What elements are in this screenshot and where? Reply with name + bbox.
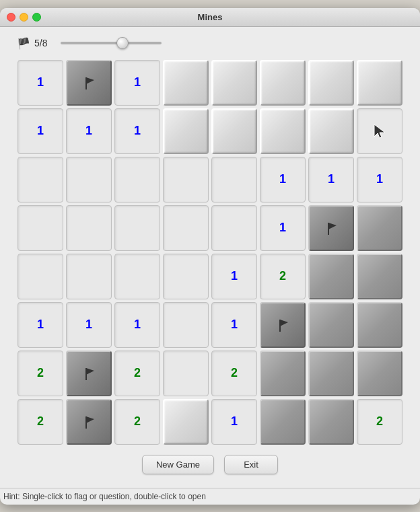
- grid-cell-48[interactable]: 2: [18, 351, 63, 396]
- grid-cell-45[interactable]: [260, 302, 306, 348]
- grid-cell-1[interactable]: [66, 60, 112, 106]
- grid-cell-27[interactable]: [163, 205, 209, 251]
- close-button[interactable]: [7, 13, 15, 22]
- grid-cell-37[interactable]: 2: [260, 254, 306, 299]
- grid-cell-15[interactable]: [357, 108, 403, 154]
- grid-cell-50[interactable]: 2: [114, 351, 160, 396]
- svg-marker-1: [86, 77, 94, 84]
- grid-cell-54[interactable]: [308, 351, 354, 396]
- window-title: Mines: [198, 12, 223, 22]
- cell-number: 2: [279, 269, 286, 283]
- grid-cell-26[interactable]: [114, 205, 160, 251]
- grid-cell-5[interactable]: [260, 60, 306, 106]
- grid-cell-20[interactable]: [211, 157, 257, 203]
- grid-cell-0[interactable]: 1: [18, 60, 63, 106]
- grid-cell-17[interactable]: [66, 157, 112, 203]
- grid-cell-63[interactable]: 2: [357, 399, 403, 445]
- grid-cell-40[interactable]: 1: [18, 302, 63, 348]
- grid-cell-11[interactable]: [163, 108, 209, 154]
- cell-number: 1: [134, 124, 141, 138]
- grid-cell-55[interactable]: [357, 351, 403, 396]
- cell-number: 2: [231, 366, 238, 380]
- grid-cell-52[interactable]: 2: [211, 351, 257, 396]
- grid-cell-33[interactable]: [66, 254, 112, 299]
- difficulty-slider[interactable]: [61, 42, 162, 44]
- difficulty-slider-container: [61, 42, 403, 44]
- grid-cell-39[interactable]: [357, 254, 403, 299]
- buttons-row: New Game Exit: [142, 455, 278, 474]
- grid-cell-62[interactable]: [308, 399, 354, 445]
- svg-marker-8: [86, 368, 94, 375]
- grid-cell-60[interactable]: 1: [211, 399, 257, 445]
- minimize-button[interactable]: [20, 13, 28, 22]
- flag-icon: 🏴: [17, 37, 30, 50]
- title-bar: Mines: [0, 8, 420, 27]
- grid-cell-36[interactable]: 1: [211, 254, 257, 299]
- cell-number: 1: [134, 75, 141, 89]
- grid-cell-13[interactable]: [260, 108, 306, 154]
- grid-cell-10[interactable]: 1: [114, 108, 160, 154]
- grid-cell-56[interactable]: 2: [18, 399, 63, 445]
- grid-cell-7[interactable]: [357, 60, 403, 106]
- grid-cell-18[interactable]: [114, 157, 160, 203]
- cell-number: 2: [134, 414, 141, 429]
- exit-button[interactable]: Exit: [224, 455, 278, 474]
- grid-cell-24[interactable]: [18, 205, 63, 251]
- grid-cell-47[interactable]: [357, 302, 403, 348]
- grid-cell-53[interactable]: [260, 351, 306, 396]
- cell-number: 1: [231, 414, 238, 429]
- slider-thumb[interactable]: [116, 37, 129, 49]
- grid-cell-2[interactable]: 1: [114, 60, 160, 106]
- grid-cell-8[interactable]: 1: [18, 108, 63, 154]
- grid-cell-9[interactable]: 1: [66, 108, 112, 154]
- grid-cell-21[interactable]: 1: [260, 157, 306, 203]
- grid-cell-31[interactable]: [357, 205, 403, 251]
- cell-number: 1: [85, 318, 92, 332]
- grid-cell-30[interactable]: [308, 205, 354, 251]
- new-game-button[interactable]: New Game: [142, 455, 214, 474]
- cell-number: 2: [37, 366, 44, 380]
- grid-cell-34[interactable]: [114, 254, 160, 299]
- grid-cell-4[interactable]: [211, 60, 257, 106]
- cell-number: 1: [37, 124, 44, 138]
- grid-cell-59[interactable]: [163, 399, 209, 445]
- grid-cell-3[interactable]: [163, 60, 209, 106]
- grid-cell-19[interactable]: [163, 157, 209, 203]
- svg-marker-2: [374, 124, 385, 138]
- cell-number: 1: [376, 172, 383, 186]
- grid-cell-38[interactable]: [308, 254, 354, 299]
- grid-cell-41[interactable]: 1: [66, 302, 112, 348]
- svg-marker-10: [86, 416, 94, 423]
- grid-cell-6[interactable]: [308, 60, 354, 106]
- grid-cell-29[interactable]: 1: [260, 205, 306, 251]
- grid-cell-57[interactable]: [66, 399, 112, 445]
- cell-number: 2: [134, 366, 141, 380]
- header-bar: 🏴 5/8: [10, 34, 410, 53]
- flag-count-text: 5/8: [34, 38, 47, 48]
- grid-cell-12[interactable]: [211, 108, 257, 154]
- cell-number: 1: [134, 318, 141, 332]
- grid-cell-23[interactable]: 1: [357, 157, 403, 203]
- grid-cell-22[interactable]: 1: [308, 157, 354, 203]
- grid-cell-49[interactable]: [66, 351, 112, 396]
- grid-cell-16[interactable]: [18, 157, 63, 203]
- grid-cell-25[interactable]: [66, 205, 112, 251]
- grid-cell-44[interactable]: 1: [211, 302, 257, 348]
- svg-marker-4: [328, 223, 337, 229]
- grid-cell-32[interactable]: [18, 254, 63, 299]
- grid-cell-28[interactable]: [211, 205, 257, 251]
- grid-cell-14[interactable]: [308, 108, 354, 154]
- main-content: 🏴 5/8 1 1111 1111 121111 2 222 212 Ne: [0, 27, 420, 488]
- grid-cell-46[interactable]: [308, 302, 354, 348]
- grid-cell-35[interactable]: [163, 254, 209, 299]
- cell-number: 1: [279, 221, 286, 235]
- hint-text: Hint: Single-click to flag or question, …: [0, 488, 420, 505]
- cell-number: 1: [37, 318, 44, 332]
- grid-cell-43[interactable]: [163, 302, 209, 348]
- grid-cell-42[interactable]: 1: [114, 302, 160, 348]
- cell-number: 1: [279, 172, 286, 186]
- grid-cell-58[interactable]: 2: [114, 399, 160, 445]
- maximize-button[interactable]: [32, 13, 41, 22]
- grid-cell-51[interactable]: [163, 351, 209, 396]
- grid-cell-61[interactable]: [260, 399, 306, 445]
